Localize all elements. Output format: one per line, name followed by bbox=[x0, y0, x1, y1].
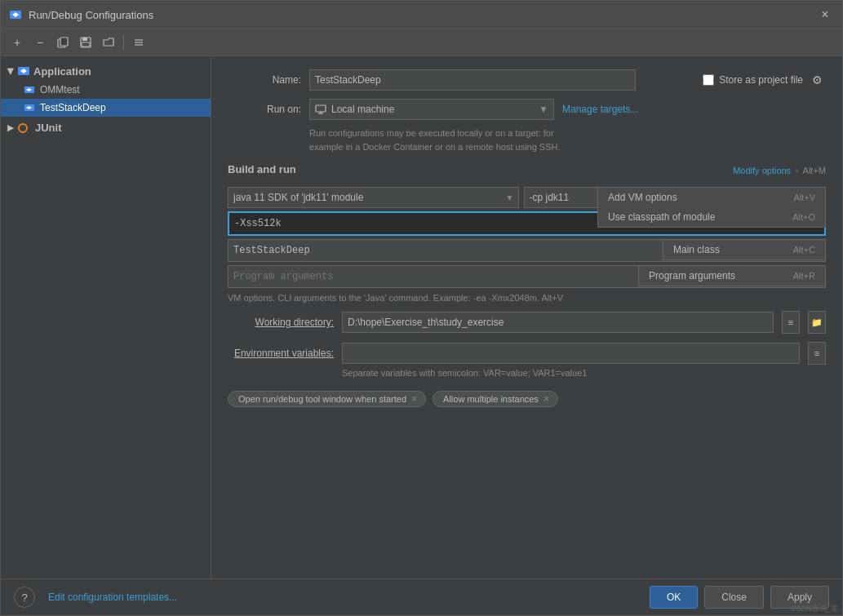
teststackdeep-icon bbox=[24, 102, 35, 113]
tag-open-window: Open run/debug tool window when started … bbox=[228, 391, 426, 407]
folder-icon bbox=[103, 37, 114, 48]
main-class-label: Main class bbox=[673, 244, 720, 255]
run-description: Run configurations may be executed local… bbox=[309, 126, 826, 153]
move-down-button[interactable] bbox=[129, 33, 149, 52]
remove-button[interactable]: − bbox=[30, 33, 50, 52]
application-group-label: Application bbox=[33, 65, 91, 78]
application-group-header[interactable]: ▶ Application bbox=[1, 61, 211, 81]
folder-button[interactable] bbox=[99, 33, 118, 52]
use-classpath-option[interactable]: Use classpath of module Alt+O bbox=[598, 207, 825, 227]
main-class-overlay: Main class Alt+C bbox=[663, 239, 826, 260]
sort-icon bbox=[133, 37, 144, 48]
right-panel: Name: Store as project file ⚙ Run on: bbox=[211, 56, 842, 578]
teststackdeep-label: TestStackDeep bbox=[40, 102, 106, 113]
ommtest-icon bbox=[24, 84, 35, 95]
options-overlay: Add VM options Alt+V Use classpath of mo… bbox=[597, 187, 826, 228]
build-run-header: Build and run bbox=[228, 163, 296, 175]
build-run-section: Build and run Modify options × Alt+M jav… bbox=[228, 163, 826, 290]
junit-group-label: JUnit bbox=[35, 122, 62, 134]
run-on-label: Run on: bbox=[228, 104, 301, 115]
save-button[interactable] bbox=[76, 33, 95, 52]
modify-sep: × bbox=[794, 166, 799, 175]
tag-open-window-label: Open run/debug tool window when started bbox=[238, 394, 406, 404]
tag-allow-multiple-close[interactable]: × bbox=[544, 394, 549, 404]
env-vars-label: Environment variables: bbox=[228, 348, 334, 359]
copy-button[interactable] bbox=[53, 33, 73, 52]
ommtest-label: OMMtest bbox=[40, 84, 80, 95]
add-button[interactable]: + bbox=[7, 33, 27, 52]
save-icon bbox=[80, 37, 91, 48]
tag-allow-multiple-label: Allow multiple instances bbox=[443, 394, 539, 404]
working-dir-input[interactable] bbox=[342, 312, 774, 333]
working-dir-browse-btn[interactable]: 📁 bbox=[808, 311, 826, 334]
application-group: ▶ Application OMMtest bbox=[1, 61, 211, 117]
modify-options-bar: Modify options × Alt+M bbox=[733, 166, 826, 175]
junit-group-header[interactable]: ▶ JUnit bbox=[1, 118, 211, 137]
application-group-icon bbox=[17, 64, 30, 78]
bottom-bar: ? Edit configuration templates... OK Clo… bbox=[1, 578, 842, 615]
toolbar-separator bbox=[123, 35, 124, 50]
modify-shortcut: Alt+M bbox=[803, 166, 826, 175]
use-classpath-label: Use classpath of module bbox=[608, 211, 715, 223]
tag-allow-multiple: Allow multiple instances × bbox=[433, 391, 558, 407]
name-input[interactable] bbox=[309, 69, 636, 91]
program-args-label: Program arguments bbox=[649, 270, 735, 281]
expand-arrow: ▶ bbox=[7, 68, 16, 74]
run-on-value: Local machine bbox=[331, 104, 394, 115]
modify-options-link[interactable]: Modify options bbox=[733, 166, 791, 175]
junit-group: ▶ JUnit bbox=[1, 118, 211, 137]
dialog-icon bbox=[9, 8, 22, 21]
add-vm-option[interactable]: Add VM options Alt+V bbox=[598, 188, 825, 207]
svg-rect-5 bbox=[82, 38, 87, 41]
name-row: Name: Store as project file ⚙ bbox=[228, 69, 826, 91]
jre-select[interactable]: java 11 SDK of 'jdk11' module bbox=[228, 187, 519, 208]
jre-dropdown-wrapper: java 11 SDK of 'jdk11' module ▼ bbox=[228, 187, 519, 208]
program-args-overlay: Program arguments Alt+R bbox=[638, 265, 826, 286]
close-button[interactable]: × bbox=[816, 6, 834, 24]
edit-config-link[interactable]: Edit configuration templates... bbox=[48, 592, 643, 603]
title-bar: Run/Debug Configurations × bbox=[1, 1, 842, 29]
watermark: CSDN@乌_零 bbox=[791, 604, 838, 614]
sidebar-item-ommtest[interactable]: OMMtest bbox=[1, 81, 211, 99]
env-vars-hint: Separate variables with semicolon: VAR=v… bbox=[342, 368, 826, 378]
add-vm-label: Add VM options bbox=[608, 192, 677, 203]
working-dir-label: Working directory: bbox=[228, 317, 334, 328]
program-args-shortcut: Alt+R bbox=[793, 271, 815, 281]
ok-button[interactable]: OK bbox=[650, 586, 698, 609]
close-dialog-button[interactable]: Close bbox=[704, 586, 764, 609]
main-content: ▶ Application OMMtest bbox=[1, 56, 842, 578]
store-project-label: Store as project file bbox=[719, 74, 803, 86]
env-vars-row: Environment variables: ≡ bbox=[228, 342, 826, 365]
tags-row: Open run/debug tool window when started … bbox=[228, 391, 826, 407]
svg-rect-3 bbox=[60, 38, 68, 46]
tag-open-window-close[interactable]: × bbox=[411, 394, 417, 404]
sidebar: ▶ Application OMMtest bbox=[1, 56, 211, 578]
main-class-shortcut: Alt+C bbox=[793, 245, 815, 255]
store-project-container: Store as project file ⚙ bbox=[703, 71, 826, 89]
run-on-select[interactable]: Local machine ▼ bbox=[309, 99, 554, 120]
use-classpath-shortcut: Alt+O bbox=[792, 212, 815, 222]
toolbar: + − bbox=[1, 29, 842, 56]
cp-value: -cp jdk11 bbox=[530, 192, 570, 203]
add-vm-shortcut: Alt+V bbox=[793, 193, 815, 202]
env-vars-input[interactable] bbox=[342, 343, 800, 364]
copy-icon bbox=[57, 37, 69, 48]
svg-rect-6 bbox=[82, 42, 90, 47]
help-button[interactable]: ? bbox=[14, 587, 35, 608]
manage-targets-link[interactable]: Manage targets... bbox=[562, 104, 638, 115]
run-debug-dialog: Run/Debug Configurations × + − bbox=[0, 0, 843, 616]
svg-rect-16 bbox=[316, 105, 326, 112]
env-vars-edit-btn[interactable]: ≡ bbox=[808, 342, 826, 365]
junit-arrow: ▶ bbox=[7, 123, 14, 132]
store-project-checkbox[interactable] bbox=[703, 74, 714, 86]
store-gear-button[interactable]: ⚙ bbox=[808, 71, 826, 89]
name-label: Name: bbox=[228, 74, 301, 86]
vm-hint: VM options. CLI arguments to the 'Java' … bbox=[228, 293, 826, 303]
sidebar-item-teststackdeep[interactable]: TestStackDeep bbox=[1, 99, 211, 117]
junit-icon bbox=[17, 122, 29, 134]
run-on-row: Run on: Local machine ▼ Manage targets..… bbox=[228, 99, 826, 120]
dialog-title: Run/Debug Configurations bbox=[29, 9, 810, 21]
local-machine-icon bbox=[315, 104, 326, 115]
working-dir-macro-btn[interactable]: ≡ bbox=[782, 311, 800, 334]
run-on-arrow: ▼ bbox=[539, 104, 548, 115]
